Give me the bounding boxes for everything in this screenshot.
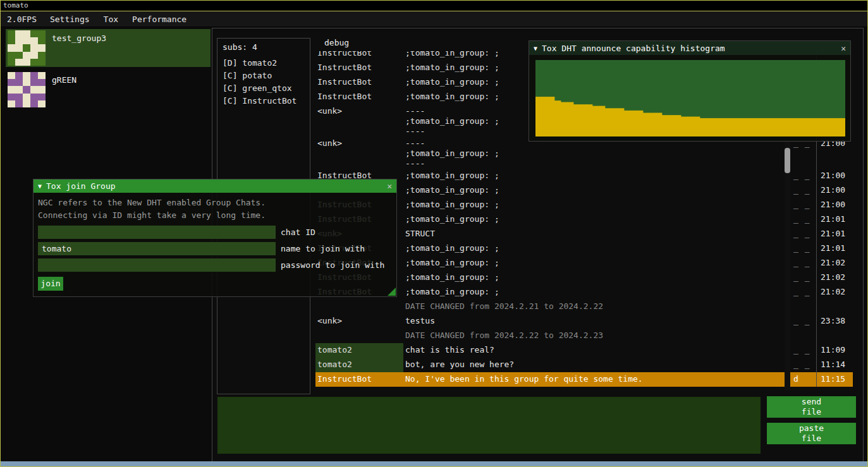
- chat-message: chat is this real?: [403, 343, 785, 358]
- avatar-cell: [15, 86, 23, 93]
- chat-id-label: chat ID: [281, 227, 315, 237]
- group-item[interactable]: gREEN: [6, 71, 211, 109]
- avatar-cell: [38, 86, 46, 93]
- join-password-input[interactable]: [38, 258, 276, 272]
- paste-file-button[interactable]: paste file: [767, 423, 856, 444]
- chat-message: ;tomato_in_group: ;: [403, 183, 785, 198]
- chat-author: [315, 329, 403, 343]
- avatar-cell: [23, 79, 30, 86]
- avatar-cell: [15, 79, 23, 86]
- collapse-arrow-icon[interactable]: ▼: [534, 45, 537, 52]
- chat-row[interactable]: DATE CHANGED from 2024.2.21 to 2024.2.22: [315, 300, 853, 314]
- menu-bar: 2.0FPS Settings Tox Performance: [1, 11, 867, 27]
- chat-delivery-indicator: _ _: [791, 227, 816, 241]
- avatar-cell: [38, 52, 46, 59]
- avatar-cell: [38, 79, 46, 86]
- chat-delivery-indicator: _ _: [791, 256, 816, 270]
- window-resize-strip: [1, 461, 867, 466]
- avatar-cell: [8, 52, 15, 59]
- menu-settings[interactable]: Settings: [43, 15, 97, 24]
- avatar-cell: [30, 30, 38, 37]
- chat-timestamp: 21:01: [816, 227, 852, 241]
- avatar-cell: [38, 37, 46, 44]
- member-item[interactable]: [C] green_qtox: [223, 82, 310, 95]
- avatar-cell: [8, 30, 15, 37]
- chat-delivery-indicator: _ _: [791, 285, 816, 300]
- chat-timestamp: 21:02: [816, 285, 852, 300]
- avatar-cell: [15, 94, 23, 100]
- join-group-title: Tox join Group: [46, 181, 382, 191]
- avatar-cell: [15, 52, 23, 59]
- chat-row[interactable]: tomato2bot, are you new here?_ _11:14: [315, 358, 853, 372]
- chat-row[interactable]: DATE CHANGED from 2024.2.22 to 2024.2.23: [315, 329, 853, 343]
- chat-author: tomato2: [315, 358, 403, 372]
- chat-message: STRUCT: [403, 227, 785, 241]
- dht-histogram-plot: [535, 60, 845, 136]
- avatar-cell: [8, 94, 15, 100]
- menu-tox[interactable]: Tox: [97, 15, 125, 24]
- member-item[interactable]: [D] tomato2: [223, 57, 310, 70]
- send-file-button[interactable]: send file: [767, 396, 856, 418]
- close-icon[interactable]: ✕: [841, 44, 846, 53]
- chat-timestamp: [816, 300, 852, 314]
- chat-id-row: chat ID: [38, 226, 392, 239]
- avatar-cell: [23, 72, 30, 79]
- collapse-arrow-icon[interactable]: ▼: [38, 183, 42, 190]
- member-item[interactable]: [C] InstructBot: [223, 95, 310, 107]
- chat-row[interactable]: tomato2chat is this real?_ _11:09: [315, 343, 853, 358]
- join-group-window: ▼ Tox join Group ✕ NGC refers to the New…: [33, 179, 397, 297]
- resize-grip[interactable]: [388, 288, 396, 296]
- chat-timestamp: 21:00: [816, 183, 852, 198]
- avatar-cell: [38, 44, 46, 51]
- avatar-cell: [8, 44, 15, 51]
- group-list: test_group3gREEN: [6, 29, 211, 112]
- chat-author: InstructBot: [315, 61, 403, 75]
- avatar-cell: [15, 59, 23, 66]
- avatar-cell: [8, 72, 15, 79]
- join-group-body: NGC refers to the New DHT enabled Group …: [34, 198, 396, 291]
- avatar-cell: [8, 37, 15, 44]
- join-password-row: password to join with: [38, 258, 392, 272]
- chat-author: <unk>: [315, 104, 403, 136]
- avatar-cell: [15, 30, 23, 37]
- dht-histogram-titlebar[interactable]: ▼ Tox DHT announce capability histogram …: [529, 41, 850, 55]
- chat-timestamp: 23:38: [816, 314, 852, 329]
- chat-scrollbar-thumb[interactable]: [785, 148, 790, 173]
- menu-performance[interactable]: Performance: [125, 15, 193, 24]
- join-info-line1: NGC refers to the New DHT enabled Group …: [38, 198, 392, 208]
- chat-row[interactable]: <unk>testus_ _23:38: [315, 314, 853, 329]
- join-name-row: name to join with: [38, 242, 392, 255]
- avatar-cell: [30, 37, 38, 44]
- chat-message: ;tomato_in_group: ;: [403, 241, 785, 256]
- close-icon[interactable]: ✕: [387, 181, 392, 191]
- chat-delivery-indicator: _ _: [791, 343, 816, 358]
- chat-row[interactable]: InstructBotNo, I've been in this group f…: [315, 372, 853, 387]
- group-item[interactable]: test_group3: [6, 29, 211, 67]
- avatar-cell: [15, 72, 23, 79]
- chat-timestamp: 21:00: [816, 169, 852, 183]
- join-name-input[interactable]: [38, 242, 276, 255]
- chat-message: bot, are you new here?: [403, 358, 785, 372]
- fps-counter: 2.0FPS: [1, 15, 43, 24]
- avatar-cell: [15, 37, 23, 44]
- member-item[interactable]: [C] potato: [223, 70, 310, 82]
- message-input[interactable]: [217, 397, 761, 454]
- join-button[interactable]: join: [38, 277, 63, 291]
- avatar-cell: [30, 86, 38, 93]
- avatar-cell: [30, 44, 38, 51]
- chat-message: ;tomato_in_group: ;: [403, 285, 785, 300]
- chat-message: ;tomato_in_group: ;: [403, 270, 785, 285]
- join-info-line2: Connecting via ID might take a very long…: [38, 210, 392, 221]
- tab-debug[interactable]: debug: [324, 38, 349, 47]
- group-avatar: [8, 72, 46, 107]
- chat-timestamp: 11:09: [816, 343, 852, 358]
- join-group-titlebar[interactable]: ▼ Tox join Group ✕: [34, 179, 396, 193]
- chat-delivery-indicator: d: [791, 372, 816, 387]
- avatar-cell: [23, 100, 30, 107]
- chat-id-input[interactable]: [38, 226, 276, 239]
- avatar-cell: [23, 44, 30, 51]
- window-title-bar[interactable]: tomato: [1, 1, 867, 11]
- chat-message: ;tomato_in_group: ;: [403, 169, 785, 183]
- avatar-cell: [30, 59, 38, 66]
- chat-message: testus: [403, 314, 785, 329]
